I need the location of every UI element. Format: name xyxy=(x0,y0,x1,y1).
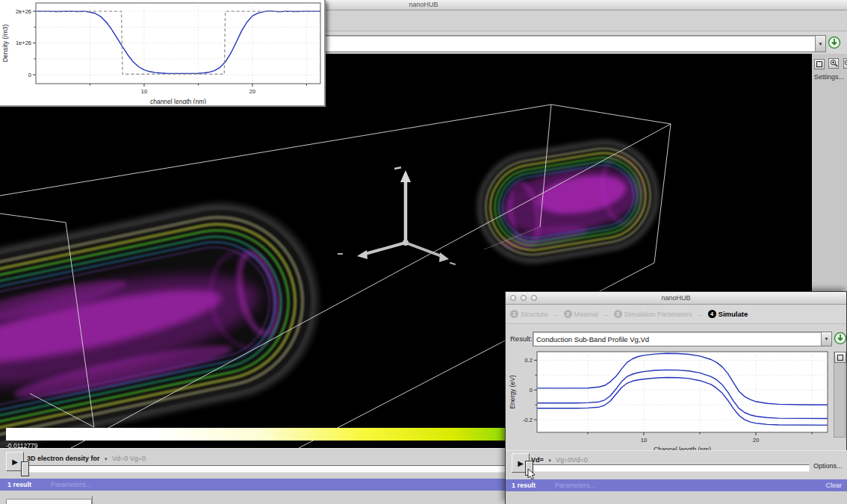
zoom-out-icon xyxy=(844,59,847,67)
maximize-icon xyxy=(816,61,822,67)
sim-player-sublabel: Vg=0Vd=0 xyxy=(556,456,588,464)
chart-scrollbar[interactable] xyxy=(834,352,846,438)
subband-chart-area: 1020-0.200.2Channel length (nm)Energy (e… xyxy=(506,348,847,452)
simulate-window-title: nanoHUB xyxy=(661,294,690,302)
breadcrumb-arrow-icon: → xyxy=(553,311,559,318)
sim-player-row: ▶ Vd= ▾ Vg=0Vd=0 xyxy=(506,450,847,479)
dropdown-arrow-icon[interactable]: ▼ xyxy=(821,332,831,346)
svg-text:2e+26: 2e+26 xyxy=(16,8,31,15)
breadcrumb-arrow-icon: → xyxy=(697,311,704,318)
axes-triad xyxy=(338,167,456,265)
clear-button[interactable]: Clear xyxy=(825,482,842,489)
detach-icon xyxy=(837,355,843,361)
sim-result-dropdown-value: Conduction Sub-Band Profile Vg,Vd xyxy=(533,335,821,343)
window-zoom-icon[interactable] xyxy=(531,295,537,301)
svg-text:Energy (eV): Energy (eV) xyxy=(509,375,516,409)
simulate-window: nanoHUB 1 Structure → 2 Material → 3 Sim… xyxy=(505,291,847,504)
svg-text:0.2: 0.2 xyxy=(525,357,533,364)
dropdown-arrow-icon[interactable]: ▼ xyxy=(815,36,825,52)
sim-bottom-strip xyxy=(506,491,847,504)
density-chart: 102001e+262e+26channel length (nm)Densit… xyxy=(0,0,323,104)
right-density-capsule xyxy=(469,132,666,271)
axis-label-y xyxy=(450,262,456,265)
download-result-icon[interactable] xyxy=(828,36,841,52)
svg-text:0: 0 xyxy=(530,387,533,393)
result-count: 1 result xyxy=(7,481,31,488)
window-minimize-icon[interactable] xyxy=(521,295,527,301)
detach-plot-button[interactable] xyxy=(834,352,846,363)
zoom-in-icon xyxy=(830,59,838,67)
wizard-breadcrumbs: 1 Structure → 2 Material → 3 Simulation … xyxy=(506,305,846,324)
settings-button[interactable]: Settings... xyxy=(814,73,844,81)
desktop: nanoHUB ▼ xyxy=(0,0,847,504)
left-density-capsule xyxy=(0,185,336,448)
zoom-out-button[interactable] xyxy=(843,58,847,69)
breadcrumb-arrow-icon: → xyxy=(603,311,609,318)
main-frame-slider-thumb[interactable] xyxy=(21,461,29,476)
svg-text:10: 10 xyxy=(141,88,147,95)
options-button[interactable]: Options... xyxy=(813,462,843,470)
axis-label-x xyxy=(338,253,343,255)
divider xyxy=(92,496,93,504)
svg-text:0: 0 xyxy=(28,72,31,78)
svg-text:20: 20 xyxy=(249,88,255,95)
axis-label-z xyxy=(394,167,401,169)
main-player-sublabel: Vd=0 Vg=0 xyxy=(112,455,146,462)
result-label: Result: xyxy=(510,335,533,343)
subband-chart: 1020-0.200.2Channel length (nm)Energy (e… xyxy=(506,348,847,452)
tab-simulate[interactable]: 4 Simulate xyxy=(708,310,748,318)
window-close-icon[interactable] xyxy=(510,295,516,301)
player-dropdown-icon[interactable]: ▾ xyxy=(103,456,109,461)
main-player-label: 3D electron density for xyxy=(27,455,100,462)
density-plot-window: 102001e+262e+26channel length (nm)Densit… xyxy=(0,0,326,107)
svg-text:10: 10 xyxy=(641,437,647,444)
main-window-title: nanoHUB xyxy=(409,1,438,8)
player-dropdown-icon[interactable]: ▾ xyxy=(547,458,553,463)
svg-text:-0.2: -0.2 xyxy=(523,417,533,423)
maximize-view-button[interactable] xyxy=(814,59,825,69)
parameters-link[interactable]: Parameters... xyxy=(555,482,595,489)
svg-text:1e+26: 1e+26 xyxy=(16,40,31,46)
svg-text:20: 20 xyxy=(753,437,759,444)
svg-text:channel length (nm): channel length (nm) xyxy=(150,98,206,104)
tab-material[interactable]: 2 Material xyxy=(564,310,598,318)
play-icon: ▶ xyxy=(12,458,18,466)
play-icon: ▶ xyxy=(518,459,524,467)
partial-bottom-button[interactable] xyxy=(6,499,92,504)
download-result-icon[interactable] xyxy=(834,332,847,348)
colorbar-min-label: -0.0112779 xyxy=(6,442,38,448)
zoom-in-button[interactable] xyxy=(828,58,839,69)
vd-slider[interactable] xyxy=(525,464,810,472)
simulate-window-titlebar[interactable]: nanoHUB xyxy=(506,292,846,305)
tab-structure[interactable]: 1 Structure xyxy=(510,310,548,318)
sim-result-dropdown[interactable]: Conduction Sub-Band Profile Vg,Vd ▼ xyxy=(533,332,832,346)
tab-simulation-parameters[interactable]: 3 Simulation Parameters xyxy=(614,310,692,318)
parameters-link[interactable]: Parameters... xyxy=(51,481,91,488)
svg-text:Density (/m3): Density (/m3) xyxy=(1,25,9,63)
result-count: 1 result xyxy=(512,482,536,489)
